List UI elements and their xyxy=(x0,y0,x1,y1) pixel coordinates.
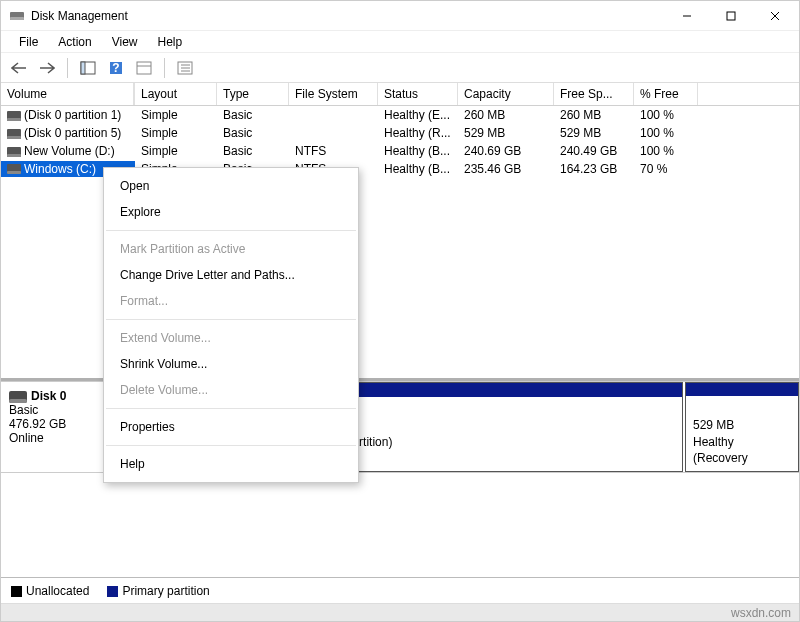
svg-rect-1 xyxy=(10,17,24,20)
volume-name: (Disk 0 partition 1) xyxy=(24,108,121,122)
menubar: File Action View Help xyxy=(1,31,799,53)
context-menu: Open Explore Mark Partition as Active Ch… xyxy=(103,167,359,483)
legend-unallocated: Unallocated xyxy=(11,584,89,598)
partition-recovery[interactable]: 529 MB Healthy (Recovery xyxy=(685,382,799,472)
toolbar-separator-2 xyxy=(164,58,165,78)
volume-fs xyxy=(289,132,378,134)
volume-icon xyxy=(7,147,21,157)
col-type[interactable]: Type xyxy=(217,83,289,105)
col-status[interactable]: Status xyxy=(378,83,458,105)
watermark: wsxdn.com xyxy=(731,606,791,620)
volume-layout: Simple xyxy=(135,143,217,159)
volume-icon xyxy=(7,164,21,174)
menu-change-letter[interactable]: Change Drive Letter and Paths... xyxy=(104,262,358,288)
disk-info[interactable]: Disk 0 Basic 476.92 GB Online xyxy=(1,382,117,472)
toolbar-refresh[interactable] xyxy=(132,56,156,80)
volume-fs xyxy=(289,114,378,116)
volume-capacity: 260 MB xyxy=(458,107,554,123)
menu-delete[interactable]: Delete Volume... xyxy=(104,377,358,403)
menu-view[interactable]: View xyxy=(102,33,148,51)
titlebar: Disk Management xyxy=(1,1,799,31)
volume-status: Healthy (B... xyxy=(378,161,458,177)
footer: wsxdn.com xyxy=(1,603,799,621)
partition-status: Healthy (Recovery xyxy=(693,434,791,466)
maximize-button[interactable] xyxy=(709,2,753,30)
menu-mark-active[interactable]: Mark Partition as Active xyxy=(104,236,358,262)
back-button[interactable] xyxy=(7,56,31,80)
disk-icon xyxy=(9,391,27,403)
volume-capacity: 529 MB xyxy=(458,125,554,141)
menu-properties[interactable]: Properties xyxy=(104,414,358,440)
volume-name: Windows (C:) xyxy=(24,162,96,176)
volume-icon xyxy=(7,111,21,121)
toolbar-list[interactable] xyxy=(173,56,197,80)
volume-free: 529 MB xyxy=(554,125,634,141)
volume-pct: 100 % xyxy=(634,125,698,141)
legend: Unallocated Primary partition xyxy=(1,577,799,603)
volume-free: 260 MB xyxy=(554,107,634,123)
volumes-header: Volume Layout Type File System Status Ca… xyxy=(1,83,799,106)
volume-type: Basic xyxy=(217,125,289,141)
toolbar-show-console[interactable] xyxy=(76,56,100,80)
volume-row[interactable]: (Disk 0 partition 5) Simple Basic Health… xyxy=(1,124,799,142)
disk-size: 476.92 GB xyxy=(9,417,108,431)
legend-swatch-navy xyxy=(107,586,118,597)
menu-separator xyxy=(106,408,356,409)
volume-type: Basic xyxy=(217,143,289,159)
toolbar: ? xyxy=(1,53,799,83)
menu-file[interactable]: File xyxy=(9,33,48,51)
close-button[interactable] xyxy=(753,2,797,30)
col-filesystem[interactable]: File System xyxy=(289,83,378,105)
svg-text:?: ? xyxy=(112,61,119,75)
partition-size: 529 MB xyxy=(693,417,791,433)
svg-rect-3 xyxy=(727,12,735,20)
legend-swatch-black xyxy=(11,586,22,597)
col-layout[interactable]: Layout xyxy=(135,83,217,105)
window-controls xyxy=(665,2,797,30)
window-title: Disk Management xyxy=(31,9,665,23)
col-freespace[interactable]: Free Sp... xyxy=(554,83,634,105)
volume-pct: 100 % xyxy=(634,143,698,159)
volume-status: Healthy (R... xyxy=(378,125,458,141)
empty-area xyxy=(1,473,799,577)
toolbar-separator xyxy=(67,58,68,78)
disk-type: Basic xyxy=(9,403,108,417)
menu-extend[interactable]: Extend Volume... xyxy=(104,325,358,351)
disk-state: Online xyxy=(9,431,108,445)
menu-separator xyxy=(106,319,356,320)
menu-separator xyxy=(106,445,356,446)
volume-capacity: 240.69 GB xyxy=(458,143,554,159)
forward-button[interactable] xyxy=(35,56,59,80)
menu-help[interactable]: Help xyxy=(104,451,358,477)
menu-format[interactable]: Format... xyxy=(104,288,358,314)
col-capacity[interactable]: Capacity xyxy=(458,83,554,105)
volume-pct: 70 % xyxy=(634,161,698,177)
col-volume[interactable]: Volume xyxy=(1,83,135,105)
volume-name: New Volume (D:) xyxy=(24,144,115,158)
menu-action[interactable]: Action xyxy=(48,33,101,51)
svg-rect-10 xyxy=(137,62,151,74)
volume-free: 240.49 GB xyxy=(554,143,634,159)
volume-row[interactable]: (Disk 0 partition 1) Simple Basic Health… xyxy=(1,106,799,124)
volume-fs: NTFS xyxy=(289,143,378,159)
volume-layout: Simple xyxy=(135,125,217,141)
menu-open[interactable]: Open xyxy=(104,173,358,199)
toolbar-help[interactable]: ? xyxy=(104,56,128,80)
volume-row[interactable]: New Volume (D:) Simple Basic NTFS Health… xyxy=(1,142,799,160)
volume-status: Healthy (E... xyxy=(378,107,458,123)
app-icon xyxy=(9,8,25,24)
col-pctfree[interactable]: % Free xyxy=(634,83,698,105)
menu-explore[interactable]: Explore xyxy=(104,199,358,225)
volume-icon xyxy=(7,129,21,139)
menu-help[interactable]: Help xyxy=(148,33,193,51)
volume-free: 164.23 GB xyxy=(554,161,634,177)
partition-band xyxy=(686,383,798,396)
menu-shrink[interactable]: Shrink Volume... xyxy=(104,351,358,377)
volume-pct: 100 % xyxy=(634,107,698,123)
volume-layout: Simple xyxy=(135,107,217,123)
volume-capacity: 235.46 GB xyxy=(458,161,554,177)
svg-rect-7 xyxy=(81,62,85,74)
minimize-button[interactable] xyxy=(665,2,709,30)
volume-name: (Disk 0 partition 5) xyxy=(24,126,121,140)
menu-separator xyxy=(106,230,356,231)
